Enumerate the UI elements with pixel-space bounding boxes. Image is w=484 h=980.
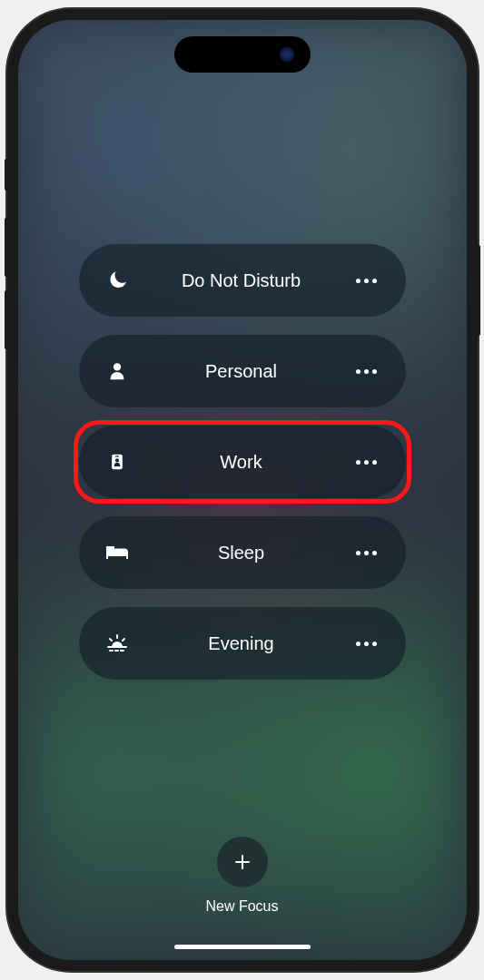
focus-do-not-disturb[interactable]: Do Not Disturb	[79, 244, 406, 317]
badge-icon	[104, 449, 130, 475]
more-icon[interactable]	[353, 358, 380, 384]
focus-label: Do Not Disturb	[130, 270, 353, 291]
home-indicator[interactable]	[174, 945, 311, 949]
more-icon[interactable]	[353, 540, 380, 565]
person-icon	[104, 358, 130, 384]
moon-icon	[104, 268, 130, 293]
sunset-icon	[104, 631, 130, 656]
screen: Do Not Disturb Personal	[18, 20, 467, 960]
svg-point-0	[113, 363, 120, 370]
focus-label: Sleep	[130, 543, 353, 564]
focus-personal[interactable]: Personal	[79, 335, 406, 407]
more-icon[interactable]	[353, 268, 380, 293]
focus-label: Work	[130, 452, 353, 473]
focus-work[interactable]: Work	[79, 426, 406, 498]
phone-frame: Do Not Disturb Personal	[7, 9, 478, 971]
more-icon[interactable]	[353, 631, 380, 656]
svg-rect-3	[114, 456, 118, 456]
focus-label: Personal	[130, 361, 353, 382]
svg-point-2	[114, 458, 118, 462]
dynamic-island	[174, 36, 311, 73]
more-icon[interactable]	[353, 449, 380, 475]
focus-sleep[interactable]: Sleep	[79, 516, 406, 589]
new-focus-label: New Focus	[205, 898, 278, 915]
bed-icon	[104, 540, 130, 565]
focus-label: Evening	[130, 633, 353, 654]
add-focus-button[interactable]	[217, 837, 268, 887]
focus-list: Do Not Disturb Personal	[79, 244, 406, 680]
new-focus-area: New Focus	[205, 837, 278, 915]
focus-evening[interactable]: Evening	[79, 607, 406, 680]
